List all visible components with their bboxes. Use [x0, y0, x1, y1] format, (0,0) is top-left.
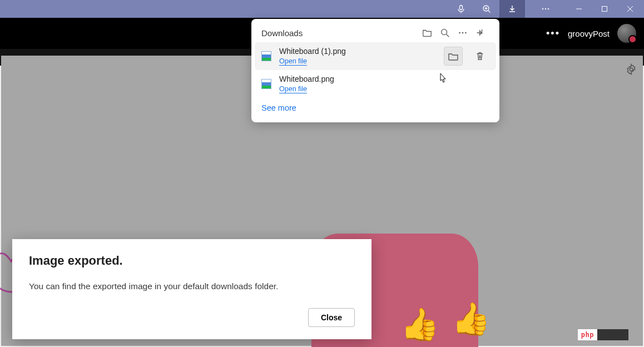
search-icon[interactable] [436, 28, 454, 38]
zoom-icon[interactable] [474, 0, 499, 18]
svg-point-9 [462, 32, 464, 34]
watermark-badge: php 中文网 [578, 329, 628, 340]
export-modal: Image exported. You can find the exporte… [12, 239, 371, 339]
download-item[interactable]: Whiteboard (1).png Open file [255, 42, 496, 70]
open-file-link[interactable]: Open file [279, 57, 307, 66]
downloads-panel: Downloads Whiteboard (1).png Open file W… [251, 19, 499, 122]
svg-point-10 [465, 32, 467, 34]
modal-title: Image exported. [29, 254, 355, 268]
svg-point-2 [542, 8, 543, 9]
svg-rect-5 [602, 7, 607, 12]
badge-right: 中文网 [597, 329, 628, 340]
minimize-icon[interactable] [566, 0, 592, 18]
show-in-folder-icon[interactable] [444, 47, 463, 66]
download-filename: Whiteboard (1).png [279, 47, 436, 56]
mic-icon[interactable] [448, 0, 474, 18]
close-button[interactable]: Close [308, 308, 355, 327]
username-label: groovyPost [568, 29, 610, 38]
svg-point-3 [545, 8, 546, 9]
more-icon[interactable] [533, 0, 558, 18]
svg-point-7 [442, 29, 447, 35]
pin-icon[interactable] [472, 28, 489, 38]
more-icon[interactable] [454, 28, 472, 38]
maximize-icon[interactable] [592, 0, 617, 18]
avatar[interactable] [617, 24, 636, 43]
thumbs-up-icon: 👍 [400, 306, 439, 343]
close-icon[interactable] [617, 0, 643, 18]
see-more-link[interactable]: See more [251, 98, 306, 113]
download-item[interactable]: Whiteboard.png Open file [251, 70, 499, 98]
delete-icon[interactable] [470, 47, 489, 66]
window-titlebar [0, 0, 644, 18]
badge-left: php [578, 329, 597, 340]
download-filename: Whiteboard.png [279, 75, 489, 83]
svg-point-8 [459, 32, 460, 34]
open-file-link[interactable]: Open file [279, 85, 307, 93]
folder-icon[interactable] [418, 28, 436, 38]
download-icon[interactable] [499, 0, 525, 18]
svg-point-4 [548, 8, 549, 9]
downloads-title: Downloads [261, 28, 418, 38]
file-thumbnail-icon [261, 79, 271, 89]
file-thumbnail-icon [261, 51, 271, 61]
modal-body: You can find the exported image in your … [29, 281, 355, 291]
settings-icon[interactable] [625, 63, 637, 76]
header-more-icon[interactable]: ••• [546, 28, 560, 39]
svg-rect-0 [460, 6, 463, 10]
thumbs-up-icon: 👍 [452, 300, 491, 337]
